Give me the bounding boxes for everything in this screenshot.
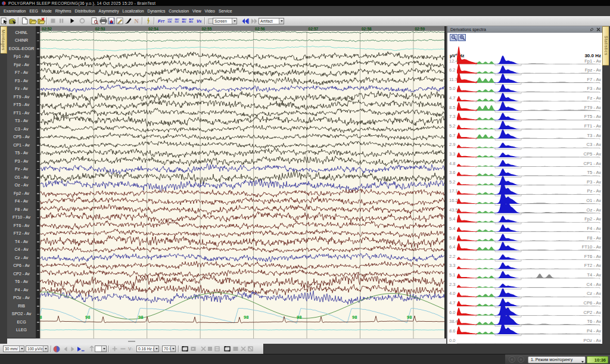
channel-label-spo2[interactable]: SPO2 - Av <box>7 312 36 316</box>
menu-eeg[interactable]: EEG <box>27 8 39 14</box>
channel-label-o1[interactable]: O1 - Av <box>7 175 36 179</box>
eeg-plot-area[interactable]: 98989898989898 02:5202:5302:5402:5502:56… <box>40 26 444 338</box>
low-filter-combo[interactable]: 0.16 Hz ( <box>136 346 159 352</box>
artifact-combo[interactable]: Artifact <box>259 18 284 24</box>
channel-label-t6[interactable]: T6 - Av <box>7 279 36 284</box>
channel-label-ft1[interactable]: FT1 - Av <box>7 111 36 115</box>
next-page-icon[interactable] <box>69 345 77 353</box>
menu-video[interactable]: Video <box>203 8 217 14</box>
video-f-icon[interactable] <box>247 345 254 353</box>
normalize-icon[interactable]: N <box>133 17 141 25</box>
rereference-icon[interactable] <box>53 345 61 353</box>
stop-icon[interactable] <box>49 17 57 25</box>
menu-localization[interactable]: Localization <box>121 8 146 14</box>
close-exam-icon[interactable] <box>38 17 45 25</box>
menu-conclusion[interactable]: Conclusion <box>167 8 191 14</box>
channel-label-fp1[interactable]: Fp1 - Av <box>7 54 36 58</box>
channel-label-ft6[interactable]: FT6 - Av <box>7 223 36 228</box>
new-exam-icon[interactable] <box>21 17 29 25</box>
edit-icon[interactable] <box>116 17 124 25</box>
menu-view[interactable]: View <box>191 8 203 14</box>
channel-label-fpz[interactable]: Fpz - Av <box>7 63 36 67</box>
high-filter-combo-arrow[interactable] <box>170 346 175 351</box>
fft-icon[interactable]: FFT <box>157 17 166 25</box>
artifact-combo-arrow[interactable] <box>279 18 284 24</box>
video-frame-2-icon[interactable] <box>223 345 231 353</box>
dec-ico-icon[interactable]: DECICO <box>174 17 180 25</box>
video-frame-1-icon[interactable] <box>181 345 189 353</box>
speed-combo[interactable]: 30 mm/ <box>3 346 24 352</box>
rev-big-icon[interactable]: REVBIG <box>181 17 188 25</box>
menu-asymmetry[interactable]: Asymmetry <box>97 8 121 14</box>
menu-dynamics[interactable]: Dynamics <box>146 8 167 14</box>
channel-label-p4[interactable]: P4 - Av <box>7 288 36 292</box>
speed-combo-arrow[interactable] <box>19 346 24 351</box>
status-next-icon[interactable]: › <box>518 356 524 363</box>
zoom-in-icon[interactable] <box>458 34 466 41</box>
channel-label-ecg[interactable]: ECG <box>7 320 36 324</box>
channel-label-f8[interactable]: F8 - Av <box>7 207 36 211</box>
sensitivity-combo[interactable]: 100 µV/c <box>26 346 48 352</box>
v-n-icon[interactable]: VN <box>195 17 203 25</box>
minus-icon[interactable] <box>119 345 127 353</box>
channel-label-cz[interactable]: Cz - Av <box>7 256 36 260</box>
channel-label-fz[interactable]: Fz - Av <box>7 86 36 91</box>
print-preview-icon[interactable] <box>91 17 99 25</box>
plus-icon[interactable] <box>111 345 119 353</box>
exam-wizard-icon[interactable] <box>9 17 17 25</box>
high-filter-combo[interactable]: 70 I <box>162 346 176 352</box>
record-icon[interactable] <box>79 17 86 25</box>
pin-icon[interactable] <box>589 27 595 32</box>
play-pages-icon[interactable] <box>77 345 85 353</box>
status-prev-icon[interactable]: ‹ <box>509 356 515 363</box>
video-d-icon[interactable] <box>232 345 239 353</box>
pause-icon[interactable] <box>58 17 66 25</box>
channel-label-fp2[interactable]: Fp2 - Av <box>7 191 36 195</box>
impedance-icon[interactable] <box>145 17 152 25</box>
channel-label-c4[interactable]: C4 - Av <box>7 247 36 251</box>
channel-label-chinl[interactable]: CHINL <box>7 30 36 35</box>
channel-label-pz[interactable]: Pz - Av <box>7 167 36 171</box>
prev-screen-icon[interactable] <box>241 17 249 25</box>
menu-examination[interactable]: Examination <box>2 8 27 14</box>
mode-combo[interactable]: 1. Режим моніторингу <box>528 356 586 363</box>
zoom-out-icon[interactable] <box>450 34 458 41</box>
horizontal-splitter[interactable] <box>7 338 446 344</box>
menu-rhythms[interactable]: Rhythms <box>54 8 73 14</box>
channel-label-f7[interactable]: F7 - Av <box>7 70 36 74</box>
marker-icon[interactable] <box>88 345 96 353</box>
brush-icon[interactable] <box>125 17 132 25</box>
channel-label-cp2[interactable]: CP2 - Av <box>7 272 36 276</box>
sensitivity-combo-arrow[interactable] <box>43 346 48 351</box>
channel-label-cp6[interactable]: CP6 - Av <box>7 263 36 267</box>
channel-label-chinr[interactable]: CHINR <box>7 38 36 42</box>
channel-label-t4[interactable]: T4 - Av <box>7 239 36 244</box>
menu-distribution[interactable]: Distribution <box>73 8 97 14</box>
channel-label-eogl-eogr[interactable]: EOGL-EOGR <box>7 46 36 51</box>
channel-label-f3[interactable]: F3 - Av <box>7 79 36 83</box>
video-prev-icon[interactable] <box>189 345 197 353</box>
channel-label-p3[interactable]: P3 - Av <box>7 159 36 163</box>
channel-label-ft2[interactable]: FT2 - Av <box>7 231 36 235</box>
exam-card-icon[interactable] <box>1 17 8 25</box>
channel-label-t3[interactable]: T3 - Av <box>7 119 36 123</box>
tab-montages[interactable]: Montages <box>1 26 7 54</box>
channel-label-cp1[interactable]: CP1 - Av <box>7 143 36 147</box>
empty-combo-arrow[interactable] <box>101 346 106 351</box>
spectra-panel-titlebar[interactable]: Derivations spectra <box>447 26 602 33</box>
video-c-icon[interactable] <box>213 345 221 353</box>
channel-label-oz[interactable]: Oz - Av <box>7 183 36 187</box>
next-screen-icon[interactable] <box>250 17 258 25</box>
filter-icon[interactable]: V↑ <box>127 345 135 353</box>
print-icon[interactable] <box>99 17 107 25</box>
tab-statistics[interactable]: Statistics <box>602 26 609 66</box>
splitter-handle-icon[interactable] <box>128 341 135 342</box>
channel-label-c3[interactable]: C3 - Av <box>7 127 36 131</box>
loc-icn-icon[interactable]: LOCICN <box>167 17 173 25</box>
channel-label-cp5[interactable]: CP5 - Av <box>7 135 36 139</box>
empty-combo[interactable] <box>95 346 107 352</box>
channel-label-f4[interactable]: F4 - Av <box>7 199 36 203</box>
channel-label-ft5[interactable]: FT5 - Av <box>7 102 36 107</box>
channel-label-rib[interactable]: RIB <box>7 304 36 308</box>
bcp-big-icon[interactable]: BCPBIG <box>188 17 195 25</box>
